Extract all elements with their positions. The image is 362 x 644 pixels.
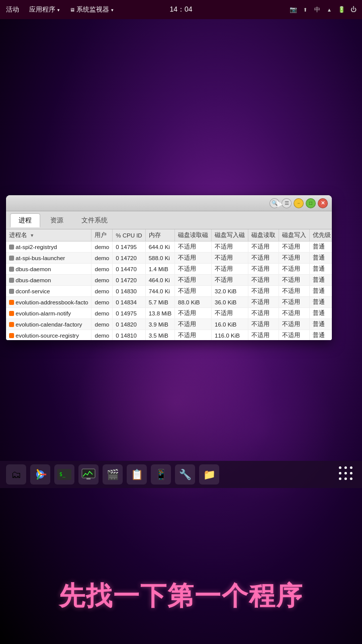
- process-list: at-spi2-registryddemo0 14795644.0 Ki不适用不…: [6, 242, 332, 341]
- proc-disk-write-cell: 116.0 KiB: [212, 330, 248, 341]
- tab-process[interactable]: 进程: [10, 213, 40, 227]
- proc-disk-write2-cell: 不适用: [279, 253, 310, 264]
- col-header-disk-read[interactable]: 磁盘读取磁: [175, 229, 212, 242]
- tab-resources[interactable]: 资源: [42, 213, 71, 227]
- proc-name-cell: at-spi2-registryd: [6, 242, 92, 253]
- proc-priority-cell: 普通: [310, 253, 332, 264]
- window-minimize-button[interactable]: －: [294, 198, 304, 208]
- proc-disk-read2-cell: 不适用: [248, 297, 279, 308]
- system-monitor-label: 系统监视器: [76, 6, 109, 13]
- svg-text:$_: $_: [59, 471, 66, 477]
- col-header-user[interactable]: 用户: [92, 229, 113, 242]
- taskbar-icon-app2[interactable]: 📱: [151, 464, 171, 485]
- proc-memory-cell: 644.0 Ki: [145, 242, 174, 253]
- proc-name-cell: evolution-source-registry: [6, 330, 92, 341]
- proc-cpu-cell: 0 14720: [113, 253, 145, 264]
- proc-cpu-cell: 0 14810: [113, 330, 145, 341]
- proc-disk-write2-cell: 不适用: [279, 264, 310, 275]
- taskbar-icon-app4[interactable]: 📁: [199, 464, 219, 485]
- taskbar-icon-monitor[interactable]: [78, 464, 99, 485]
- proc-memory-cell: 464.0 Ki: [145, 275, 174, 286]
- table-row[interactable]: evolution-addressbook-factodemo0 148345.…: [6, 297, 332, 308]
- proc-disk-write2-cell: 不适用: [279, 242, 310, 253]
- proc-disk-write2-cell: 不适用: [279, 330, 310, 341]
- proc-disk-read2-cell: 不适用: [248, 253, 279, 264]
- proc-disk-read-cell: 不适用: [175, 319, 212, 330]
- proc-disk-write2-cell: 不适用: [279, 297, 310, 308]
- topbar-right: 📷 ⬆ 中 ▲ 🔋 ⏻: [289, 5, 358, 14]
- battery-icon: 🔋: [337, 5, 346, 14]
- window-close-button[interactable]: ✕: [318, 198, 328, 208]
- window-controls: 🔍 ☰ － □ ✕: [269, 198, 328, 208]
- topbar-time: 14：04: [169, 5, 192, 14]
- proc-priority-cell: 普通: [310, 264, 332, 275]
- proc-name-cell: dconf-service: [6, 286, 92, 297]
- col-header-cpu[interactable]: % CPU ID: [113, 229, 145, 242]
- system-monitor-button[interactable]: 🖥 系统监视器 ▾: [68, 4, 116, 15]
- proc-disk-read-cell: 不适用: [175, 253, 212, 264]
- process-table-wrapper[interactable]: 进程名 ▼ 用户 % CPU ID 内存 磁盘读取磁 磁盘写入磁 磁盘读取 磁盘…: [6, 229, 332, 340]
- table-row[interactable]: dbus-daemondemo0 14720464.0 Ki不适用不适用不适用不…: [6, 275, 332, 286]
- proc-user-cell: demo: [92, 286, 113, 297]
- apps-grid-button[interactable]: [338, 465, 356, 484]
- proc-priority-cell: 普通: [310, 242, 332, 253]
- proc-priority-cell: 普通: [310, 308, 332, 319]
- proc-disk-write-cell: 不适用: [212, 242, 248, 253]
- tab-filesystem[interactable]: 文件系统: [73, 213, 116, 227]
- monitor-arrow-icon: ▾: [111, 8, 114, 13]
- proc-name-cell: dbus-daemon: [6, 264, 92, 275]
- taskbar-icon-chrome[interactable]: [30, 464, 50, 485]
- proc-disk-read2-cell: 不适用: [248, 308, 279, 319]
- window-menu-button[interactable]: ☰: [282, 198, 292, 208]
- proc-disk-read-cell: 不适用: [175, 330, 212, 341]
- window-search-button[interactable]: 🔍: [269, 198, 280, 208]
- taskbar-icon-files[interactable]: 🗂: [6, 464, 26, 485]
- col-header-priority[interactable]: 优先级: [310, 229, 332, 242]
- taskbar-icon-app1[interactable]: 📋: [127, 464, 147, 485]
- table-row[interactable]: dconf-servicedemo0 14830744.0 Ki不适用32.0 …: [6, 286, 332, 297]
- proc-disk-write-cell: 不适用: [212, 253, 248, 264]
- proc-memory-cell: 3.5 MiB: [145, 330, 174, 341]
- proc-memory-cell: 744.0 Ki: [145, 286, 174, 297]
- proc-disk-write-cell: 36.0 KiB: [212, 297, 248, 308]
- camera-icon: 📷: [289, 5, 298, 14]
- proc-disk-write2-cell: 不适用: [279, 308, 310, 319]
- table-row[interactable]: at-spi-bus-launcherdemo0 14720588.0 Ki不适…: [6, 253, 332, 264]
- proc-cpu-cell: 0 14470: [113, 264, 145, 275]
- proc-disk-write-cell: 不适用: [212, 275, 248, 286]
- col-header-name[interactable]: 进程名 ▼: [6, 229, 92, 242]
- proc-disk-write2-cell: 不适用: [279, 286, 310, 297]
- proc-cpu-cell: 0 14820: [113, 319, 145, 330]
- col-header-memory[interactable]: 内存: [145, 229, 174, 242]
- apps-arrow-icon: ▾: [57, 8, 60, 13]
- taskbar-icon-terminal[interactable]: $_: [54, 464, 74, 485]
- proc-disk-write-cell: 32.0 KiB: [212, 286, 248, 297]
- proc-user-cell: demo: [92, 253, 113, 264]
- proc-user-cell: demo: [92, 264, 113, 275]
- network-up-icon: ⬆: [301, 5, 310, 14]
- col-header-disk-write2[interactable]: 磁盘写入: [279, 229, 310, 242]
- table-row[interactable]: at-spi2-registryddemo0 14795644.0 Ki不适用不…: [6, 242, 332, 253]
- system-monitor-window: 🔍 ☰ － □ ✕ 进程 资源 文件系统 进程名 ▼: [6, 195, 332, 340]
- col-header-disk-write[interactable]: 磁盘写入磁: [212, 229, 248, 242]
- window-maximize-button[interactable]: □: [306, 198, 316, 208]
- table-row[interactable]: evolution-source-registrydemo0 148103.5 …: [6, 330, 332, 341]
- table-row[interactable]: evolution-calendar-factorydemo0 148203.9…: [6, 319, 332, 330]
- col-header-disk-read2[interactable]: 磁盘读取: [248, 229, 279, 242]
- proc-disk-write-cell: 16.0 KiB: [212, 319, 248, 330]
- svg-rect-5: [86, 478, 90, 479]
- table-row[interactable]: dbus-daemondemo0 144701.4 MiB不适用不适用不适用不适…: [6, 264, 332, 275]
- topbar: 活动 应用程序 ▾ 🖥 系统监视器 ▾ 14：04 📷 ⬆ 中 ▲ 🔋 ⏻: [0, 0, 362, 19]
- proc-disk-read2-cell: 不适用: [248, 242, 279, 253]
- proc-memory-cell: 3.9 MiB: [145, 319, 174, 330]
- language-icon: 中: [313, 5, 322, 14]
- proc-name-cell: evolution-addressbook-facto: [6, 297, 92, 308]
- proc-cpu-cell: 0 14720: [113, 275, 145, 286]
- topbar-left: 活动 应用程序 ▾ 🖥 系统监视器 ▾: [4, 4, 289, 15]
- taskbar-icon-app3[interactable]: 🔧: [175, 464, 195, 485]
- apps-menu-button[interactable]: 应用程序 ▾: [27, 4, 62, 15]
- taskbar-icon-video[interactable]: 🎬: [103, 464, 123, 485]
- table-row[interactable]: evolution-alarm-notifydemo0 1497513.8 Mi…: [6, 308, 332, 319]
- proc-user-cell: demo: [92, 308, 113, 319]
- activities-button[interactable]: 活动: [4, 4, 21, 15]
